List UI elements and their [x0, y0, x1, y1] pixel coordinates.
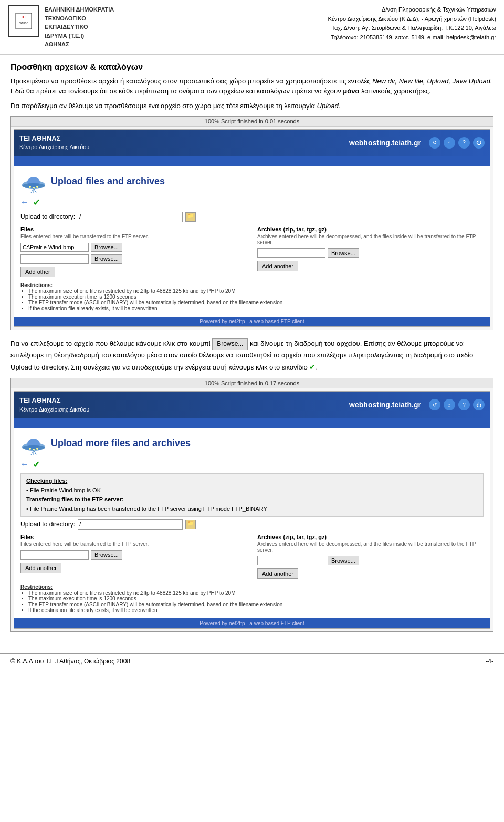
- wh-body2: Upload more files and archives ← ✔ Check…: [14, 428, 490, 618]
- upload-dir-row2: Upload to directory: 📁: [20, 519, 484, 530]
- archive-input1[interactable]: [257, 248, 326, 258]
- main-content: Προσθήκη αρχείων & καταλόγων Προκειμένου…: [0, 55, 504, 648]
- wh-org-title2: ΤΕΙ ΑΘΗΝΑΣ: [19, 396, 89, 405]
- folder-icon2[interactable]: 📁: [185, 520, 196, 529]
- header-left: ΤΕΙ ΑΘΗΝΑ ΕΛΛΗΝΙΚΗ ΔΗΜΟΚΡΑΤΙΑ ΤΕΧΝΟΛΟΓΙΚ…: [8, 5, 114, 49]
- upload-dir-label2: Upload to directory:: [20, 521, 75, 528]
- home-icon[interactable]: ⌂: [444, 137, 455, 149]
- wh-body1: Upload files and archives ← ✔ Upload to …: [14, 166, 490, 317]
- svg-text:ΤΕΙ: ΤΕΙ: [21, 15, 27, 19]
- add-another-btn-files2[interactable]: Add another: [20, 563, 61, 573]
- restrictions-title1: Restrictions:: [20, 282, 484, 288]
- file-input2-1[interactable]: [20, 550, 89, 560]
- org-text: ΕΛΛΗΝΙΚΗ ΔΗΜΟΚΡΑΤΙΑ ΤΕΧΝΟΛΟΓΙΚΟ ΕΚΠΑΙΔΕΥ…: [45, 5, 114, 49]
- archive-input2[interactable]: [257, 556, 326, 565]
- archives-col1: Archives (zip, tar, tgz, gz) Archives en…: [257, 226, 484, 277]
- back-arrow-icon2[interactable]: ←: [20, 459, 29, 469]
- footer-right: -4-: [486, 658, 494, 665]
- browse-arch-btn2[interactable]: Browse...: [328, 556, 359, 565]
- question-icon2[interactable]: ?: [458, 399, 470, 410]
- screenshot2-topbar: 100% Script finished in 0.17 seconds: [11, 378, 493, 388]
- two-col2: Files Files entered here will be transfe…: [20, 534, 484, 579]
- add-another-btn2[interactable]: Add another: [257, 568, 298, 579]
- wh-header-left1: ΤΕΙ ΑΘΗΝΑΣ Κέντρο Διαχείρισης Δικτύου: [19, 134, 89, 152]
- status-bar2: Checking files: • File Prairie Wind.bmp …: [20, 473, 484, 517]
- wh-title2: Upload more files and archives: [51, 438, 191, 449]
- file-input-row1: Browse...: [20, 243, 247, 252]
- archive-input-row1: Browse...: [257, 248, 484, 258]
- restrictions-box2: Restrictions: The maximum size of one fi…: [20, 584, 484, 613]
- files-sublabel1: Files entered here will be transferred t…: [20, 234, 247, 239]
- upload-dir-row1: Upload to directory: 📁: [20, 212, 484, 222]
- upload-dir-input2[interactable]: [78, 519, 183, 530]
- restriction4-2: If the destination file already exists, …: [28, 607, 484, 613]
- transfer-item1: File Prairie Wind.bmp has been transferr…: [30, 505, 267, 512]
- svg-point-17: [36, 448, 38, 450]
- restriction2-1: The maximum execution time is 1200 secon…: [28, 294, 484, 300]
- inline-check-icon: ✔: [309, 363, 316, 371]
- wh-nav-bar2: [14, 418, 490, 428]
- logo: ΤΕΙ ΑΘΗΝΑ: [8, 5, 39, 37]
- back-arrow-icon1[interactable]: ←: [20, 197, 29, 207]
- add-another-btn1[interactable]: Add another: [257, 261, 298, 271]
- restriction4-1: If the destination file already exists, …: [28, 305, 484, 311]
- archives-label1: Archives (zip, tar, tgz, gz): [257, 226, 484, 233]
- restriction3-1: The FTP transfer mode (ASCII or BINARY) …: [28, 300, 484, 305]
- file-input1[interactable]: [20, 243, 89, 252]
- ufo-icon1: [20, 172, 47, 194]
- wh-domain1: webhosting.teiath.gr: [349, 139, 421, 147]
- home-icon2[interactable]: ⌂: [444, 399, 455, 410]
- files-label2: Files: [20, 534, 247, 540]
- refresh-icon2[interactable]: ↺: [429, 399, 440, 410]
- wh-header-icons2: ↺ ⌂ ? ⏻: [429, 399, 485, 410]
- wh-title-row1: Upload files and archives: [20, 172, 484, 194]
- archives-col2: Archives (zip, tar, tgz, gz) Archives en…: [257, 534, 484, 579]
- file-input-row2-1: Browse...: [20, 550, 247, 560]
- browse-arch-btn1[interactable]: Browse...: [328, 248, 359, 258]
- wh-checkmarks2: ← ✔: [20, 459, 484, 469]
- files-sublabel2: Files entered here will be transferred t…: [20, 541, 247, 547]
- restriction1-1: The maximum size of one file is restrict…: [28, 288, 484, 294]
- restrictions-box1: Restrictions: The maximum size of one fi…: [20, 282, 484, 311]
- wh-footer1: Powered by net2ftp - a web based FTP cli…: [14, 317, 490, 326]
- svg-point-15: [29, 448, 31, 450]
- archive-input-row2: Browse...: [257, 556, 484, 565]
- archives-label2: Archives (zip, tar, tgz, gz): [257, 534, 484, 540]
- svg-text:ΑΘΗΝΑ: ΑΘΗΝΑ: [19, 21, 29, 24]
- wh-org-title1: ΤΕΙ ΑΘΗΝΑΣ: [19, 134, 89, 143]
- file-input2[interactable]: [20, 254, 89, 264]
- browse-btn1[interactable]: Browse...: [91, 243, 122, 252]
- inline-browse-btn: Browse...: [212, 338, 248, 350]
- checking-title: Checking files:: [26, 478, 67, 484]
- upload-dir-input1[interactable]: [78, 212, 183, 222]
- browse-btn2[interactable]: Browse...: [91, 254, 122, 264]
- power-icon2[interactable]: ⏻: [473, 399, 485, 410]
- webhosting-frame1: ΤΕΙ ΑΘΗΝΑΣ Κέντρο Διαχείρισης Δικτύου we…: [14, 129, 490, 327]
- check-icon2[interactable]: ✔: [33, 459, 40, 469]
- question-icon[interactable]: ?: [458, 137, 470, 149]
- wh-footer2: Powered by net2ftp - a web based FTP cli…: [14, 618, 490, 628]
- wh-header2: ΤΕΙ ΑΘΗΝΑΣ Κέντρο Διαχείρισης Δικτύου we…: [14, 392, 490, 418]
- refresh-icon[interactable]: ↺: [429, 137, 440, 149]
- power-icon[interactable]: ⏻: [473, 137, 485, 149]
- restrictions-title2: Restrictions:: [20, 584, 484, 590]
- page-header: ΤΕΙ ΑΘΗΝΑ ΕΛΛΗΝΙΚΗ ΔΗΜΟΚΡΑΤΙΑ ΤΕΧΝΟΛΟΓΙΚ…: [0, 0, 504, 55]
- add-other-btn1[interactable]: Add other: [20, 267, 55, 277]
- check-item1: File Prairie Wind.bmp is OK: [30, 487, 101, 493]
- page-title: Προσθήκη αρχείων & καταλόγων: [10, 62, 494, 72]
- wh-checkmarks1: ← ✔: [20, 197, 484, 207]
- folder-icon1[interactable]: 📁: [185, 212, 196, 222]
- files-col2: Files Files entered here will be transfe…: [20, 534, 247, 579]
- svg-line-9: [31, 188, 34, 193]
- explanation-text: Για να επιλέξουμε το αρχείο που θέλουμε …: [10, 338, 494, 373]
- screenshot1-box: 100% Script finished in 0.01 seconds ΤΕΙ…: [10, 116, 494, 330]
- restriction2-2: The maximum execution time is 1200 secon…: [28, 596, 484, 602]
- wh-title-row2: Upload more files and archives: [20, 434, 484, 456]
- wh-nav-bar1: [14, 156, 490, 166]
- check-icon1[interactable]: ✔: [33, 197, 40, 207]
- browse-btn2-1[interactable]: Browse...: [91, 550, 122, 560]
- wh-header-right-area2: webhosting.teiath.gr ↺ ⌂ ? ⏻: [349, 399, 485, 410]
- wh-title1: Upload files and archives: [51, 176, 165, 187]
- wh-org-subtitle2: Κέντρο Διαχείρισης Δικτύου: [19, 406, 89, 414]
- wh-org-subtitle1: Κέντρο Διαχείρισης Δικτύου: [19, 143, 89, 151]
